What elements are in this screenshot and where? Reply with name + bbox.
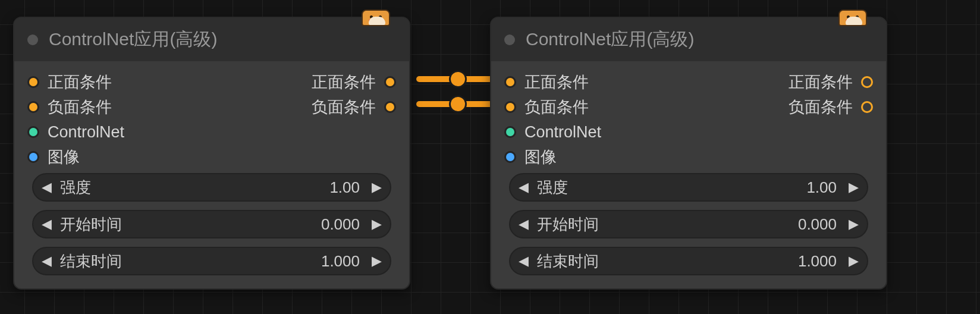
output-label-negative: 负面条件 bbox=[312, 96, 376, 118]
input-port-positive[interactable] bbox=[504, 76, 516, 88]
widget-label: 开始时间 bbox=[60, 214, 313, 235]
widget-label: 强度 bbox=[60, 177, 321, 198]
increment-arrow-icon[interactable]: ▶ bbox=[372, 180, 382, 195]
collapse-dot-icon[interactable] bbox=[504, 34, 515, 45]
node-controlnet-apply-advanced-1[interactable]: ControlNet应用(高级) 正面条件 正面条件 负面条件 负面条件 bbox=[13, 17, 410, 290]
input-label-image: 图像 bbox=[524, 146, 557, 168]
node-title: ControlNet应用(高级) bbox=[526, 27, 694, 52]
output-label-positive: 正面条件 bbox=[789, 71, 853, 93]
input-label-image: 图像 bbox=[48, 146, 80, 168]
input-label-positive: 正面条件 bbox=[524, 71, 589, 93]
input-label-negative: 负面条件 bbox=[524, 96, 589, 118]
widget-strength[interactable]: ◀ 强度 1.00 ▶ bbox=[509, 173, 868, 202]
collapse-dot-icon[interactable] bbox=[27, 34, 38, 45]
input-port-image[interactable] bbox=[27, 151, 39, 163]
widget-value: 1.00 bbox=[329, 178, 363, 197]
node-title: ControlNet应用(高级) bbox=[49, 27, 217, 52]
input-label-controlnet: ControlNet bbox=[524, 123, 601, 142]
widget-label: 开始时间 bbox=[537, 214, 790, 235]
output-label-positive: 正面条件 bbox=[312, 71, 376, 93]
input-port-negative[interactable] bbox=[27, 101, 39, 113]
node-body: 正面条件 正面条件 负面条件 负面条件 ControlNet bbox=[491, 61, 886, 288]
node-header[interactable]: ControlNet应用(高级) bbox=[14, 18, 409, 61]
widget-end[interactable]: ◀ 结束时间 1.000 ▶ bbox=[32, 247, 391, 275]
increment-arrow-icon[interactable]: ▶ bbox=[849, 180, 859, 195]
widget-start[interactable]: ◀ 开始时间 0.000 ▶ bbox=[509, 210, 868, 238]
widget-strength[interactable]: ◀ 强度 1.00 ▶ bbox=[32, 173, 391, 202]
output-label-negative: 负面条件 bbox=[789, 96, 853, 118]
increment-arrow-icon[interactable]: ▶ bbox=[372, 216, 382, 232]
input-port-image[interactable] bbox=[504, 151, 516, 163]
output-port-negative[interactable] bbox=[384, 101, 396, 113]
input-port-negative[interactable] bbox=[504, 101, 516, 113]
input-port-controlnet[interactable] bbox=[504, 126, 516, 138]
node-header[interactable]: ControlNet应用(高级) bbox=[491, 18, 886, 61]
widget-value: 0.000 bbox=[798, 215, 840, 234]
widget-value: 1.00 bbox=[806, 178, 840, 197]
input-port-positive[interactable] bbox=[27, 76, 39, 88]
input-label-controlnet: ControlNet bbox=[48, 123, 124, 142]
node-body: 正面条件 正面条件 负面条件 负面条件 ControlNet bbox=[14, 61, 409, 288]
widget-start[interactable]: ◀ 开始时间 0.000 ▶ bbox=[32, 210, 391, 238]
decrement-arrow-icon[interactable]: ◀ bbox=[42, 216, 52, 232]
shiba-badge-icon bbox=[838, 10, 867, 26]
widget-label: 强度 bbox=[537, 177, 798, 198]
wire-knob-positive[interactable] bbox=[451, 72, 465, 86]
decrement-arrow-icon[interactable]: ◀ bbox=[519, 253, 529, 269]
widget-value: 1.000 bbox=[798, 252, 840, 271]
increment-arrow-icon[interactable]: ▶ bbox=[849, 253, 859, 269]
increment-arrow-icon[interactable]: ▶ bbox=[372, 253, 382, 269]
output-port-positive[interactable] bbox=[861, 76, 873, 88]
increment-arrow-icon[interactable]: ▶ bbox=[849, 216, 859, 232]
shiba-badge-icon bbox=[362, 10, 390, 26]
widget-value: 0.000 bbox=[321, 215, 363, 234]
output-port-negative[interactable] bbox=[861, 101, 873, 113]
input-label-negative: 负面条件 bbox=[48, 96, 112, 118]
decrement-arrow-icon[interactable]: ◀ bbox=[519, 180, 529, 195]
output-port-positive[interactable] bbox=[384, 76, 396, 88]
node-controlnet-apply-advanced-2[interactable]: ControlNet应用(高级) 正面条件 正面条件 负面条件 负面条件 bbox=[490, 17, 887, 290]
input-port-controlnet[interactable] bbox=[27, 126, 39, 138]
widget-end[interactable]: ◀ 结束时间 1.000 ▶ bbox=[509, 247, 868, 275]
decrement-arrow-icon[interactable]: ◀ bbox=[42, 180, 52, 195]
widget-label: 结束时间 bbox=[60, 251, 313, 272]
widget-value: 1.000 bbox=[321, 252, 363, 271]
wire-knob-negative[interactable] bbox=[451, 97, 465, 111]
input-label-positive: 正面条件 bbox=[48, 71, 112, 93]
decrement-arrow-icon[interactable]: ◀ bbox=[42, 253, 52, 269]
widget-label: 结束时间 bbox=[537, 251, 790, 272]
decrement-arrow-icon[interactable]: ◀ bbox=[519, 216, 529, 232]
